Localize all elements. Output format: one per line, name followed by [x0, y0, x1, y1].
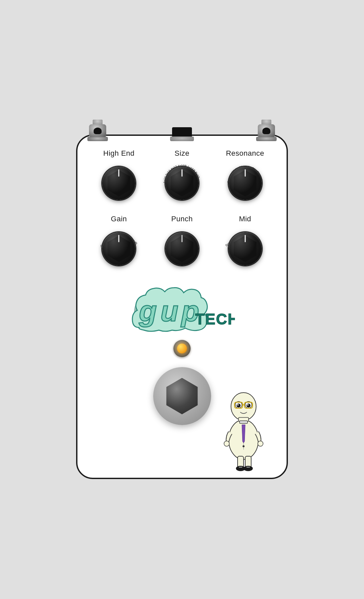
jacks-row	[86, 120, 278, 141]
jack-base-right	[256, 137, 277, 141]
high-end-indicator	[118, 169, 119, 177]
gain-knob[interactable]	[102, 232, 135, 265]
svg-text:u: u	[160, 295, 178, 327]
guptech-logo-svg: g g u u p p TECH TECH	[129, 280, 235, 333]
svg-text:g: g	[139, 295, 157, 327]
knob-group-punch: Punch	[160, 215, 204, 270]
resonance-knob[interactable]	[229, 167, 262, 200]
svg-point-36	[258, 441, 263, 446]
punch-indicator	[181, 235, 182, 242]
svg-point-23	[237, 404, 241, 408]
high-end-wrapper[interactable]: Dark Warm Vintage Modern Hifi	[97, 162, 140, 205]
resonance-wrapper[interactable]: Open - Mid - Closed - Big Closed	[224, 162, 267, 205]
led-indicator	[177, 344, 187, 354]
mascot	[220, 388, 267, 468]
mid-label: Mid	[239, 215, 251, 223]
pedal-body: High End Dark Warm Vintage Modern Hifi	[76, 135, 288, 479]
svg-point-26	[247, 404, 249, 406]
jack-hole-right	[262, 128, 270, 134]
svg-point-25	[237, 404, 239, 406]
jack-body-left	[89, 124, 106, 137]
high-end-label: High End	[103, 149, 135, 158]
knobs-row-2: Gain -9dB +12dB Punch	[87, 215, 277, 270]
jack-body-right	[258, 124, 275, 137]
cable-base	[170, 136, 194, 141]
punch-wrapper[interactable]	[160, 227, 204, 270]
mid-wrapper[interactable]: Scoop Flat	[224, 227, 267, 270]
knob-group-size: Size 1x10 2x12 4x12 4x10B 1x15B 8x10	[160, 149, 204, 205]
size-knob[interactable]	[165, 167, 199, 200]
controls-row	[87, 367, 277, 425]
svg-point-24	[247, 404, 250, 408]
gain-wrapper[interactable]: -9dB +12dB	[97, 227, 140, 270]
logo-area: g g u u p p TECH TECH	[87, 277, 277, 337]
gain-indicator	[118, 235, 119, 242]
knobs-row-1: High End Dark Warm Vintage Modern Hifi	[87, 149, 277, 205]
svg-point-40	[244, 466, 253, 471]
punch-label: Punch	[171, 215, 193, 223]
gain-label: Gain	[111, 215, 127, 223]
knob-group-high-end: High End Dark Warm Vintage Modern Hifi	[97, 149, 140, 205]
size-label: Size	[175, 149, 190, 158]
led-nut	[173, 340, 191, 357]
svg-rect-20	[240, 421, 248, 423]
jack-hole-left	[94, 128, 102, 134]
svg-text:TECH: TECH	[195, 310, 235, 328]
high-end-knob[interactable]	[102, 167, 135, 200]
svg-point-34	[243, 445, 245, 447]
knob-group-mid: Mid Scoop Flat	[224, 215, 267, 270]
footswitch-wrapper[interactable]	[153, 367, 211, 425]
led-wrapper	[173, 340, 191, 357]
knob-group-resonance: Resonance Open - Mid - Closed - Big Clos…	[224, 149, 267, 205]
center-jack	[169, 123, 195, 141]
punch-knob[interactable]	[165, 232, 199, 265]
pedal-outer: High End Dark Warm Vintage Modern Hifi	[73, 120, 291, 479]
cable-rect	[172, 127, 192, 136]
footswitch-hex	[164, 378, 200, 414]
resonance-indicator	[245, 169, 246, 177]
svg-point-35	[224, 441, 229, 446]
resonance-label: Resonance	[226, 149, 264, 158]
mid-indicator	[245, 235, 246, 242]
size-indicator	[181, 169, 182, 177]
mid-knob[interactable]	[229, 232, 262, 265]
footswitch-base[interactable]	[153, 367, 211, 425]
right-jack	[255, 120, 278, 141]
controls-area	[87, 340, 277, 468]
mascot-svg	[220, 388, 267, 471]
jack-base-left	[87, 137, 108, 141]
size-wrapper[interactable]: 1x10 2x12 4x12 4x10B 1x15B 8x10	[160, 162, 204, 205]
left-jack	[86, 120, 109, 141]
knob-group-gain: Gain -9dB +12dB	[97, 215, 140, 270]
